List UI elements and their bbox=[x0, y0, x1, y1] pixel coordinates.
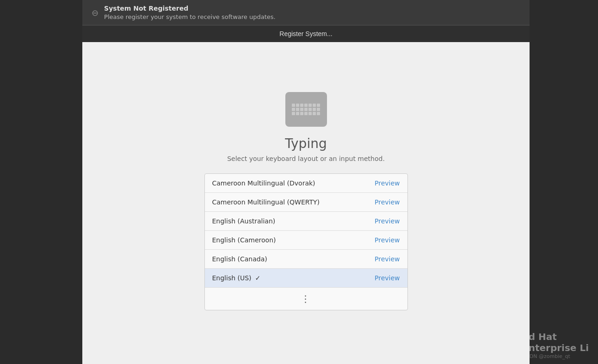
key-2-5 bbox=[308, 108, 312, 111]
key-2-1 bbox=[292, 108, 295, 111]
key-1-2 bbox=[296, 104, 299, 107]
key-2-7 bbox=[317, 108, 320, 111]
layout-label: English (Australian) bbox=[212, 217, 276, 225]
key-1-7 bbox=[317, 104, 320, 107]
list-item[interactable]: English (Canada) Preview bbox=[205, 250, 407, 269]
redhat-watermark: ed Hat enterprise Li OSDN @zombie_qt bbox=[522, 331, 589, 359]
layout-label: English (Cameroon) bbox=[212, 236, 276, 244]
layout-label: English (Canada) bbox=[212, 255, 267, 263]
notification-text: System Not Registered Please register yo… bbox=[104, 5, 276, 20]
selected-checkmark: ✓ bbox=[255, 274, 261, 282]
register-system-button[interactable]: Register System... bbox=[82, 25, 530, 42]
content-area: Typing Select your keyboard layout or an… bbox=[82, 74, 530, 364]
notification-bar: ⊖ System Not Registered Please register … bbox=[82, 0, 530, 42]
key-3-5 bbox=[308, 112, 312, 115]
list-item[interactable]: Cameroon Multilingual (QWERTY) Preview bbox=[205, 193, 407, 212]
list-item[interactable]: English (Australian) Preview bbox=[205, 212, 407, 231]
key-1-5 bbox=[308, 104, 312, 107]
layout-label: Cameroon Multilingual (Dvorak) bbox=[212, 179, 315, 187]
preview-link-5[interactable]: Preview bbox=[375, 274, 400, 282]
preview-link-4[interactable]: Preview bbox=[375, 255, 400, 263]
key-1-3 bbox=[300, 104, 303, 107]
key-3-3 bbox=[300, 112, 303, 115]
page-subtitle: Select your keyboard layout or an input … bbox=[227, 155, 385, 162]
keyboard-icon bbox=[285, 92, 327, 127]
key-3-1 bbox=[292, 112, 295, 115]
list-item-selected[interactable]: English (US) ✓ Preview bbox=[205, 269, 407, 288]
preview-link-1[interactable]: Preview bbox=[375, 198, 400, 206]
key-2-6 bbox=[313, 108, 316, 111]
layout-label: English (US) ✓ bbox=[212, 274, 261, 282]
notification-title: System Not Registered bbox=[104, 5, 276, 12]
preview-link-2[interactable]: Preview bbox=[375, 217, 400, 225]
key-1-4 bbox=[304, 104, 308, 107]
list-item[interactable]: English (Cameroon) Preview bbox=[205, 231, 407, 250]
warning-icon: ⊖ bbox=[92, 8, 99, 18]
notification-subtitle: Please register your system to receive s… bbox=[104, 13, 276, 20]
page-title: Typing bbox=[285, 136, 327, 151]
more-options-button[interactable]: ⋮ bbox=[205, 288, 407, 310]
key-3-2 bbox=[296, 112, 299, 115]
key-3-7 bbox=[317, 112, 320, 115]
layout-label: Cameroon Multilingual (QWERTY) bbox=[212, 198, 320, 206]
key-3-4 bbox=[304, 112, 308, 115]
key-2-3 bbox=[300, 108, 303, 111]
key-2-4 bbox=[304, 108, 308, 111]
key-1-1 bbox=[292, 104, 295, 107]
preview-link-3[interactable]: Preview bbox=[375, 236, 400, 244]
keyboard-layout-list: Cameroon Multilingual (Dvorak) Preview C… bbox=[204, 173, 408, 310]
key-3-6 bbox=[313, 112, 316, 115]
installer-panel: Previous Next bbox=[82, 0, 530, 364]
key-2-2 bbox=[296, 108, 299, 111]
preview-link-0[interactable]: Preview bbox=[375, 179, 400, 187]
keyboard-grid-icon bbox=[292, 104, 320, 115]
key-1-6 bbox=[313, 104, 316, 107]
list-item[interactable]: Cameroon Multilingual (Dvorak) Preview bbox=[205, 174, 407, 193]
